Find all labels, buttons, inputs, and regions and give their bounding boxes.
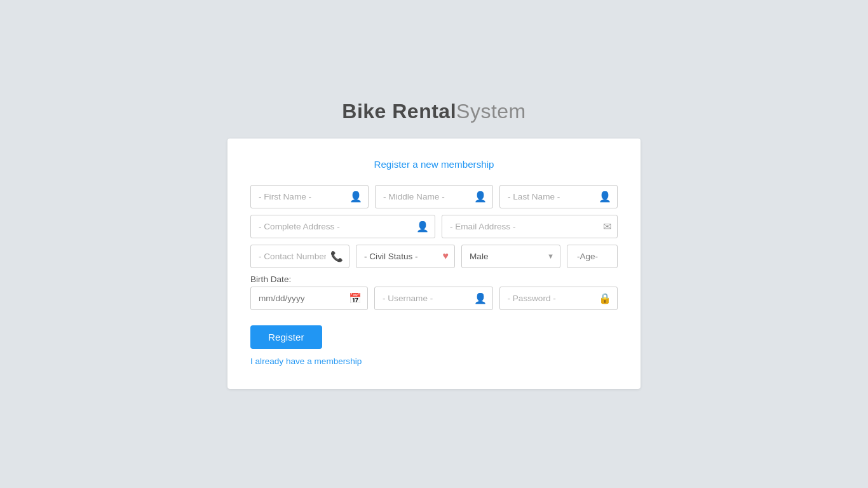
username-wrapper: 👤 [374, 287, 493, 310]
birth-date-row: 📅 👤 🔒 [250, 287, 618, 310]
app-title-bike: Bike Rental [342, 100, 456, 123]
contact-input[interactable] [250, 245, 349, 268]
middle-name-wrapper: 👤 [375, 185, 493, 208]
password-input[interactable] [499, 287, 618, 310]
birth-date-label: Birth Date: [250, 274, 618, 284]
password-wrapper: 🔒 [499, 287, 618, 310]
first-name-input[interactable] [250, 185, 369, 208]
birth-date-section: Birth Date: 📅 👤 🔒 [250, 274, 618, 310]
email-wrapper: ✉ [442, 215, 618, 238]
birth-date-wrapper: 📅 [250, 287, 368, 310]
civil-status-wrapper: - Civil Status - Single Married Divorced… [356, 245, 455, 268]
form-subtitle-highlight: new membership [421, 159, 494, 170]
age-input[interactable] [567, 245, 618, 268]
gender-select[interactable]: Male Female Other [461, 245, 560, 268]
contact-wrapper: 📞 [250, 245, 349, 268]
email-input[interactable] [442, 215, 618, 238]
registration-card: Register a new membership 👤 👤 👤 👤 ✉ [227, 139, 641, 389]
gender-wrapper: Male Female Other ▼ [461, 245, 560, 268]
form-subtitle: Register a new membership [250, 159, 618, 170]
age-wrapper [567, 245, 618, 268]
middle-name-input[interactable] [375, 185, 493, 208]
address-email-row: 👤 ✉ [250, 215, 618, 238]
first-name-wrapper: 👤 [250, 185, 369, 208]
civil-status-select[interactable]: - Civil Status - Single Married Divorced… [356, 245, 455, 268]
last-name-input[interactable] [499, 185, 618, 208]
birth-date-input[interactable] [250, 287, 368, 310]
last-name-wrapper: 👤 [499, 185, 618, 208]
address-wrapper: 👤 [250, 215, 435, 238]
app-title-system: System [456, 100, 526, 123]
contact-row: 📞 - Civil Status - Single Married Divorc… [250, 245, 618, 268]
register-button[interactable]: Register [250, 325, 322, 349]
name-row: 👤 👤 👤 [250, 185, 618, 208]
app-title: Bike RentalSystem [342, 100, 526, 123]
login-link[interactable]: I already have a membership [250, 356, 618, 366]
form-subtitle-static: Register a [374, 159, 420, 170]
username-input[interactable] [374, 287, 493, 310]
address-input[interactable] [250, 215, 435, 238]
